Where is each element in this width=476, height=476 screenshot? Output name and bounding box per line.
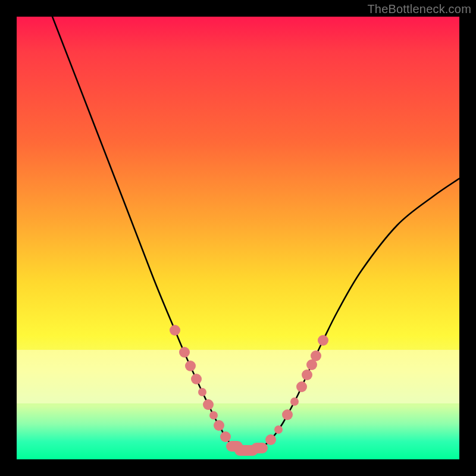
chart-marker xyxy=(311,350,321,361)
right-curve xyxy=(249,178,459,450)
watermark-text: TheBottleneck.com xyxy=(367,2,471,16)
chart-marker xyxy=(198,388,206,396)
chart-marker xyxy=(290,397,299,406)
chart-marker xyxy=(214,420,224,431)
chart-marker xyxy=(296,381,307,392)
chart-marker xyxy=(185,361,196,371)
chart-marker xyxy=(318,335,328,346)
chart-marker xyxy=(170,325,180,336)
chart-marker xyxy=(251,443,268,453)
chart-marker xyxy=(179,347,190,358)
left-curve xyxy=(52,17,249,450)
chart-marker xyxy=(265,434,276,445)
chart-marker xyxy=(302,369,312,380)
curve-layer xyxy=(17,17,459,459)
chart-marker xyxy=(191,374,202,384)
chart-stage: TheBottleneck.com xyxy=(0,0,476,476)
plot-area xyxy=(17,17,459,459)
chart-marker xyxy=(282,409,293,420)
chart-marker xyxy=(209,411,218,419)
chart-marker xyxy=(274,425,283,434)
chart-marker xyxy=(220,431,231,442)
chart-marker xyxy=(203,399,214,410)
